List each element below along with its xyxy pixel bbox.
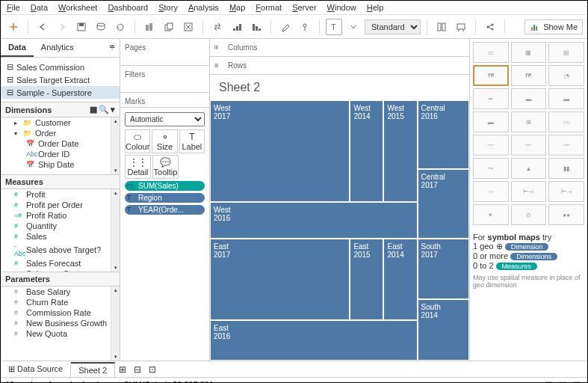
measure-field[interactable]: =#Profit Ratio [1, 210, 120, 221]
mark-type-selector[interactable]: Automatic [125, 112, 205, 126]
treemap-cell[interactable]: South2017 [418, 239, 469, 300]
treemap-cell[interactable]: West2017 [210, 100, 350, 202]
chart-type-thumb[interactable]: ▭ [473, 42, 509, 63]
new-worksheet-icon[interactable] [141, 19, 158, 35]
share-icon[interactable] [482, 19, 498, 35]
filters-shelf[interactable]: Filters [120, 66, 209, 93]
menu-help[interactable]: Help [367, 3, 384, 12]
tab-data[interactable]: Data [1, 39, 34, 57]
tableau-logo-icon[interactable] [5, 19, 22, 35]
menu-dashboard[interactable]: Dashboard [108, 3, 148, 12]
menu-format[interactable]: Format [256, 3, 282, 12]
chart-type-thumb[interactable]: ⊢⊣ [548, 181, 584, 202]
chart-type-thumb[interactable]: ▬ [473, 111, 509, 132]
measure-field[interactable]: #Profit [1, 189, 120, 200]
scrollbar[interactable]: ▴▾ [111, 189, 120, 272]
mark-pill[interactable]: TRegion [125, 193, 205, 203]
chart-type-thumb[interactable]: ▬ [548, 88, 584, 109]
chart-type-thumb[interactable]: ●● [548, 204, 584, 225]
chart-type-thumb[interactable]: ○○ [548, 111, 584, 132]
status-nav-icons[interactable]: ⇤ ◂ ▸ ⇥ ▦ ▤ ◫ [491, 379, 583, 383]
treemap-cell[interactable]: East2017 [210, 239, 350, 320]
menu-map[interactable]: Map [229, 3, 245, 12]
chart-type-thumb[interactable]: ▦ [511, 42, 547, 63]
auto-update-icon[interactable] [112, 19, 129, 35]
tab-data-source[interactable]: ⊞ Data Source [1, 362, 71, 376]
tab-analytics[interactable]: Analytics [34, 39, 81, 57]
forward-icon[interactable] [54, 19, 70, 35]
highlight-icon[interactable] [277, 19, 294, 35]
columns-shelf[interactable]: Columns [210, 39, 469, 57]
sort-asc-icon[interactable] [229, 19, 245, 35]
dimension-field[interactable]: 📅Order Date [1, 138, 120, 149]
treemap-cell[interactable]: South2014 [418, 299, 469, 361]
treemap-cell[interactable]: West2014 [350, 100, 383, 202]
measure-field[interactable]: #Quantity [1, 221, 120, 231]
rows-shelf[interactable]: Rows [210, 57, 469, 75]
menu-file[interactable]: File [7, 3, 20, 12]
save-icon[interactable] [73, 19, 90, 35]
parameter-field[interactable]: #Base Salary [1, 287, 120, 297]
treemap-cell[interactable]: West2015 [383, 100, 417, 202]
measure-field[interactable]: #Sales Forecast [1, 258, 120, 269]
dimension-field[interactable]: AbcOrder ID [1, 149, 120, 159]
show-me-button[interactable]: Show Me [524, 19, 583, 34]
chart-type-thumb[interactable]: 🗺 [511, 65, 547, 86]
treemap-cell[interactable]: East2015 [350, 239, 383, 320]
scrollbar[interactable]: ▴▾ [111, 287, 120, 361]
pin-icon[interactable] [297, 19, 313, 35]
chart-type-thumb[interactable]: 〜 [473, 158, 509, 179]
datasource-item[interactable]: ⊟Sales Commission [1, 61, 120, 73]
scrollbar[interactable]: ▴▾ [111, 117, 120, 174]
parameter-field[interactable]: #Commission Rate [1, 307, 120, 318]
datasource-item[interactable]: ⊟Sample - Superstore [1, 86, 120, 99]
duplicate-icon[interactable] [161, 19, 177, 35]
mark-tooltip-button[interactable]: 💬Tooltip [152, 155, 179, 179]
parameter-field[interactable]: #New Quota [1, 328, 120, 339]
treemap-cell[interactable]: West2016 [210, 202, 418, 239]
chart-type-thumb[interactable]: ▤ [548, 42, 584, 63]
tab-sheet-2[interactable]: Sheet 2 [71, 362, 115, 377]
sheet-title[interactable]: Sheet 2 [210, 75, 469, 100]
chart-type-thumb[interactable]: 🗺 [473, 65, 509, 86]
treemap-cell[interactable]: Central2016 [418, 100, 469, 169]
chart-type-thumb[interactable]: ✦ [473, 204, 509, 225]
new-worksheet-icon[interactable]: ⊞ [115, 364, 130, 375]
cards-icon[interactable] [433, 19, 450, 35]
chart-type-thumb[interactable]: ◔ [548, 65, 584, 86]
chart-type-thumb[interactable]: ▬ [511, 88, 547, 109]
chart-type-thumb[interactable]: ▫▫ [473, 181, 509, 202]
menu-story[interactable]: Story [158, 3, 178, 12]
treemap-cell[interactable]: East2016 [210, 320, 418, 361]
dimension-field[interactable]: ▾📁Order [1, 128, 120, 138]
new-story-icon[interactable]: ⊡ [145, 364, 160, 375]
menu-data[interactable]: Data [31, 3, 48, 12]
pages-shelf[interactable]: Pages [120, 39, 209, 66]
parameter-field[interactable]: #New Business Growth [1, 318, 120, 328]
chart-type-thumb[interactable]: ⊙ [511, 204, 547, 225]
menu-server[interactable]: Server [292, 3, 316, 12]
view-data-icon[interactable]: ▦ [90, 105, 97, 114]
chart-type-thumb[interactable]: ▲ [511, 158, 547, 179]
measure-field[interactable]: #Sales per Customer [1, 269, 120, 272]
label-icon[interactable]: T [326, 19, 342, 35]
chart-type-thumb[interactable]: 〰 [511, 135, 547, 156]
mark-size-button[interactable]: ⚬Size [152, 129, 177, 153]
parameter-field[interactable]: #Churn Rate [1, 297, 120, 307]
measure-field[interactable]: #Profit per Order [1, 200, 120, 210]
mark-label-button[interactable]: TLabel [179, 129, 205, 153]
chart-type-thumb[interactable]: ━ [473, 88, 509, 109]
menu-worksheet[interactable]: Worksheet [58, 3, 97, 12]
presentation-icon[interactable] [453, 19, 469, 35]
menu-icon[interactable]: ▾ [111, 105, 115, 114]
mark-detail-button[interactable]: ⋮⋮Detail [125, 155, 151, 179]
back-icon[interactable] [34, 19, 51, 35]
dropdown-icon[interactable] [345, 19, 362, 35]
measure-field[interactable]: -AbcSales above Target? [1, 242, 120, 258]
menu-analysis[interactable]: Analysis [188, 3, 219, 12]
chart-type-thumb[interactable]: 〰 [473, 135, 509, 156]
dimension-field[interactable]: ▸📁Customer [1, 117, 120, 128]
swap-icon[interactable] [209, 19, 226, 35]
fit-selector[interactable]: Standard [365, 19, 421, 34]
clear-icon[interactable] [180, 19, 196, 35]
